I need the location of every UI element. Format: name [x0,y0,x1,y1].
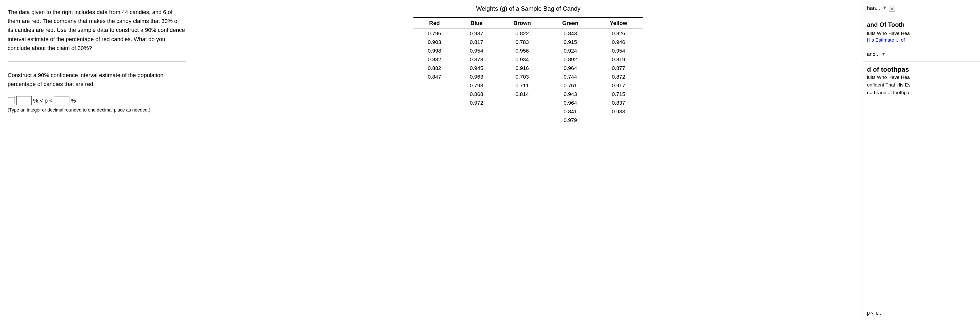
table-title: Weights (g) of a Sample Bag of Candy [476,5,580,12]
table-cell [414,90,455,99]
table-cell [497,99,547,107]
section3-title: d of toothpas [867,65,976,73]
less-than-label: % < p < [33,97,52,104]
table-row: 0.8410.933 [414,107,643,116]
table-cell: 0.943 [547,90,594,99]
table-cell: 0.933 [594,107,643,116]
table-cell: 0.872 [594,72,643,81]
table-cell: 0.715 [594,90,643,99]
hint-text: (Type an integer or decimal rounded to o… [8,107,186,113]
section3-sub1: lults Who Have Hea [867,73,976,81]
main-container: The data given to the right includes dat… [0,0,980,320]
table-cell [414,99,455,107]
table-cell: 0.843 [547,29,594,38]
table-cell: 0.964 [547,64,594,72]
table-row: 0.7960.9370.8220.8430.826 [414,29,643,38]
section1-sub1: lults Who Have Hea [867,30,976,37]
table-cell: 0.934 [497,55,547,64]
table-header-row: Red Blue Brown Green Yellow [414,18,643,29]
input-row: % < p < % [8,96,186,105]
table-cell: 0.882 [414,64,455,72]
table-cell: 0.819 [594,55,643,64]
right-more: and... ▼ [867,51,976,57]
input-section: % < p < % (Type an integer or decimal ro… [8,96,186,113]
section1-title: and Of Tooth [867,21,976,28]
table-cell: 0.711 [497,81,547,90]
table-cell: 0.744 [547,72,594,81]
col-brown: Brown [497,18,547,29]
table-cell: 0.814 [497,90,547,99]
table-cell: 0.964 [547,99,594,107]
lower-bound-input[interactable] [16,96,32,105]
right-section1: and Of Tooth lults Who Have Hea His Esti… [863,17,980,47]
table-cell: 0.796 [414,29,455,38]
table-cell [594,116,643,124]
table-cell [455,107,498,116]
table-cell: 0.917 [594,81,643,90]
right-top-label: han... [867,5,880,11]
table-body: 0.7960.9370.8220.8430.8260.9030.8170.783… [414,29,643,124]
table-cell: 0.877 [594,64,643,72]
right-top-section: han... ▼ ⧉ [863,0,980,17]
right-panel: han... ▼ ⧉ and Of Tooth lults Who Have H… [862,0,980,320]
table-cell: 0.924 [547,46,594,55]
left-panel: The data given to the right includes dat… [0,0,194,320]
col-green: Green [547,18,594,29]
table-cell: 0.783 [497,38,547,46]
construct-label: Construct a 90% confidence interval esti… [8,71,186,89]
table-cell: 0.882 [414,55,455,64]
table-cell: 0.703 [497,72,547,81]
table-cell: 0.972 [455,99,498,107]
table-cell: 0.916 [497,64,547,72]
table-cell: 0.963 [455,72,498,81]
bottom-bar: p › fi... [863,306,980,320]
table-row: 0.9030.8170.7830.9150.946 [414,38,643,46]
col-red: Red [414,18,455,29]
table-cell: 0.945 [455,64,498,72]
table-cell [414,81,455,90]
table-cell: 0.793 [455,81,498,90]
table-cell: 0.868 [455,90,498,99]
table-cell: 0.937 [455,29,498,38]
table-cell: 0.817 [455,38,498,46]
table-row: 0.8820.9450.9160.9640.877 [414,64,643,72]
table-cell: 0.873 [455,55,498,64]
upper-bound-input[interactable] [54,96,69,105]
table-cell: 0.761 [547,81,594,90]
table-cell: 0.837 [594,99,643,107]
percent-label: % [71,97,76,104]
copy-icon[interactable]: ⧉ [889,6,895,12]
section2-more-label: and... [867,51,880,57]
table-cell: 0.979 [547,116,594,124]
table-cell: 0.954 [455,46,498,55]
table-cell: 0.826 [594,29,643,38]
section2-dropdown[interactable]: ▼ [881,51,886,57]
middle-panel: Weights (g) of a Sample Bag of Candy Red… [194,0,862,320]
right-section2: and... ▼ [863,47,980,62]
col-yellow: Yellow [594,18,643,29]
section3-sub2: onfident That His Es [867,81,976,89]
section1-link[interactable]: His Estimate ... of [867,37,905,43]
table-cell: 0.841 [547,107,594,116]
table-cell [455,116,498,124]
table-row: 0.8470.9630.7030.7440.872 [414,72,643,81]
table-cell [497,107,547,116]
table-cell: 0.956 [497,46,547,55]
table-cell: 0.915 [547,38,594,46]
table-row: 0.9980.9540.9560.9240.954 [414,46,643,55]
bottom-label: p › fi... [867,310,881,316]
table-cell: 0.822 [497,29,547,38]
checkbox-box[interactable] [8,97,15,104]
table-cell [414,116,455,124]
table-row: 0.979 [414,116,643,124]
table-row: 0.8680.8140.9430.715 [414,90,643,99]
col-blue: Blue [455,18,498,29]
table-cell [414,107,455,116]
table-row: 0.8820.8730.9340.8920.819 [414,55,643,64]
table-cell: 0.903 [414,38,455,46]
right-top-dropdown[interactable]: ▼ [883,5,887,10]
table-cell [497,116,547,124]
table-cell: 0.892 [547,55,594,64]
section3-sub3: r a brand of toothpa [867,89,976,97]
right-section3: d of toothpas lults Who Have Hea onfiden… [863,62,980,99]
